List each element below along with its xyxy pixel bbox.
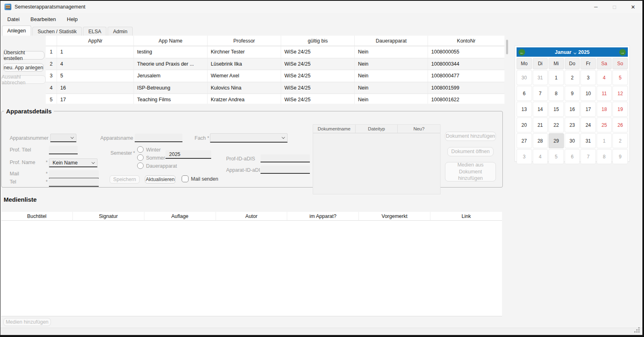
tab-elsa[interactable]: ELSA [83, 27, 106, 36]
calendar-date[interactable]: 31 [533, 70, 548, 85]
calendar-date[interactable]: 19 [612, 102, 628, 117]
calendar-date[interactable]: 26 [612, 117, 628, 132]
calendar-date[interactable]: 15 [549, 102, 564, 117]
calendar-date[interactable]: 6 [565, 149, 580, 164]
calendar-date[interactable]: 30 [517, 70, 532, 85]
mail-senden-checkbox[interactable] [182, 175, 189, 182]
column-header-signatur[interactable]: Signatur [73, 212, 144, 221]
dokument-oeffnen-button[interactable]: Dokument öffnen [447, 147, 494, 156]
menu-datei[interactable]: Datei [7, 15, 19, 23]
calendar-prev-icon[interactable]: ← [519, 49, 525, 55]
calendar-date[interactable]: 7 [580, 149, 596, 164]
column-header-dauerapparat[interactable]: Dauerapparat [355, 36, 428, 46]
calendar-date[interactable]: 1 [597, 133, 612, 148]
fach-dropdown[interactable] [210, 133, 288, 143]
uebersicht-erstellen-button[interactable]: Übersicht erstellen [3, 51, 44, 60]
column-header-vorgemerkt[interactable]: Vorgemerkt [359, 212, 430, 221]
calendar-date[interactable]: 4 [533, 149, 548, 164]
calendar-date[interactable]: 13 [517, 102, 532, 117]
mail-input[interactable] [49, 170, 99, 179]
calendar-date[interactable]: 23 [565, 117, 580, 132]
calendar-date[interactable]: 20 [517, 117, 532, 132]
calendar-date[interactable]: 30 [565, 133, 580, 148]
tel-input[interactable] [49, 178, 99, 187]
close-button[interactable]: ✕ [624, 1, 642, 13]
calendar-date[interactable]: 9 [565, 86, 580, 101]
prof-name-dropdown[interactable]: Kein Name [49, 158, 97, 167]
prof-id-adis-input[interactable] [261, 154, 310, 162]
calendar-date[interactable]: 6 [517, 86, 532, 101]
apparat-id-adis-input[interactable] [261, 166, 310, 174]
calendar-date[interactable]: 2 [565, 70, 580, 85]
calendar-date[interactable]: 28 [533, 133, 548, 148]
winter-radio[interactable] [137, 146, 144, 153]
calendar-date[interactable]: 25 [597, 117, 612, 132]
menu-help[interactable]: Help [67, 15, 78, 23]
calendar-date[interactable]: 8 [549, 86, 564, 101]
calendar-date[interactable]: 5 [549, 149, 564, 164]
column-header-dateityp[interactable]: Dateityp [356, 125, 398, 133]
calendar-date[interactable]: 27 [517, 133, 532, 148]
speichern-button[interactable]: Speichern [110, 175, 140, 183]
apparatsname-input[interactable] [135, 134, 182, 142]
calendar-date[interactable]: 9 [612, 149, 628, 164]
calendar-date[interactable]: 16 [565, 102, 580, 117]
minimize-button[interactable]: ─ [587, 1, 605, 13]
tab-anlegen[interactable]: Anlegen [2, 26, 31, 36]
menu-bearbeiten[interactable]: Bearbeiten [30, 15, 56, 23]
calendar-date[interactable]: 3 [517, 149, 532, 164]
calendar-date[interactable]: 7 [533, 86, 548, 101]
prof-titel-input[interactable] [49, 146, 78, 154]
column-header-app-name[interactable]: App Name [134, 36, 208, 46]
medien-aus-dokument-button[interactable]: Medien aus Dokument hinzufügen [445, 162, 496, 181]
neue-app-anlegen-button[interactable]: neu. App anlegen [3, 63, 44, 72]
calendar-date[interactable]: 4 [597, 70, 612, 85]
medien-hinzufuegen-button[interactable]: Medien hinzufügen [3, 318, 51, 326]
tab-admin[interactable]: Admin [108, 27, 132, 36]
column-header-im-apparat-[interactable]: im Apparat? [287, 212, 359, 221]
table-row[interactable]: 11testingKirchner TesterWiSe 24/25Nein10… [46, 46, 504, 58]
aktualisieren-button[interactable]: Aktualisieren [145, 175, 176, 183]
calendar-date[interactable]: 21 [533, 117, 548, 132]
calendar-date[interactable]: 8 [597, 149, 612, 164]
calendar-date[interactable]: 24 [580, 117, 596, 132]
sommer-radio[interactable] [137, 154, 144, 161]
dauerapparat-radio[interactable] [137, 162, 144, 169]
calendar-title[interactable]: Januar 2025 [525, 49, 619, 55]
maximize-button[interactable]: □ [605, 1, 624, 13]
scrollbar-thumb[interactable] [506, 40, 508, 54]
column-header-buchtitel[interactable]: Buchtitel [1, 212, 73, 221]
column-header-g-ltig-bis[interactable]: gültig bis [281, 36, 355, 46]
calendar-date[interactable]: 14 [533, 102, 548, 117]
column-header-professor[interactable]: Professor [208, 36, 281, 46]
column-header-kontonr[interactable]: KontoNr [428, 36, 504, 46]
table-row[interactable]: 416ISP-BetreuungKulovics NinaWiSe 24/25N… [46, 82, 504, 94]
semester-year-input[interactable]: 2025 [165, 150, 211, 159]
column-header-appnr[interactable]: AppNr [57, 36, 134, 46]
column-header-auflage[interactable]: Auflage [144, 212, 216, 221]
calendar-date[interactable]: 17 [580, 102, 596, 117]
column-header-dokumentname[interactable]: Dokumentname [313, 125, 356, 133]
calendar-date[interactable]: 29 [549, 133, 564, 148]
calendar-date[interactable]: 2 [612, 133, 628, 148]
calendar-date[interactable]: 5 [612, 70, 628, 85]
calendar-date[interactable]: 1 [549, 70, 564, 85]
dokument-hinzufuegen-button[interactable]: Dokument hinzufügen [445, 132, 496, 141]
column-header-autor[interactable]: Autor [216, 212, 288, 221]
table-row[interactable]: 35JerusalemWiemer AxelWiSe 24/25Nein1008… [46, 70, 504, 82]
apparatsnummer-dropdown[interactable] [50, 134, 76, 142]
column-header-link[interactable]: Link [430, 212, 502, 221]
tab-suchen-statistik[interactable]: Suchen / Statistik [32, 27, 82, 36]
resize-grip-icon[interactable] [638, 331, 640, 333]
calendar-date[interactable]: 3 [580, 70, 596, 85]
column-header-neu-[interactable]: Neu? [398, 125, 440, 133]
apps-table-scrollbar[interactable] [505, 37, 509, 102]
table-row[interactable]: 517Teaching FilmsKratzer AndreaWiSe 24/2… [46, 94, 504, 104]
calendar-date[interactable]: 31 [580, 133, 596, 148]
table-row[interactable]: 24Theorie und Praxis der ...Lüsebrink Il… [46, 58, 504, 70]
calendar-next-icon[interactable]: → [619, 49, 626, 55]
calendar-date[interactable]: 12 [612, 86, 628, 101]
calendar-date[interactable]: 10 [580, 86, 596, 101]
calendar-date[interactable]: 22 [549, 117, 564, 132]
calendar-date[interactable]: 18 [597, 102, 612, 117]
